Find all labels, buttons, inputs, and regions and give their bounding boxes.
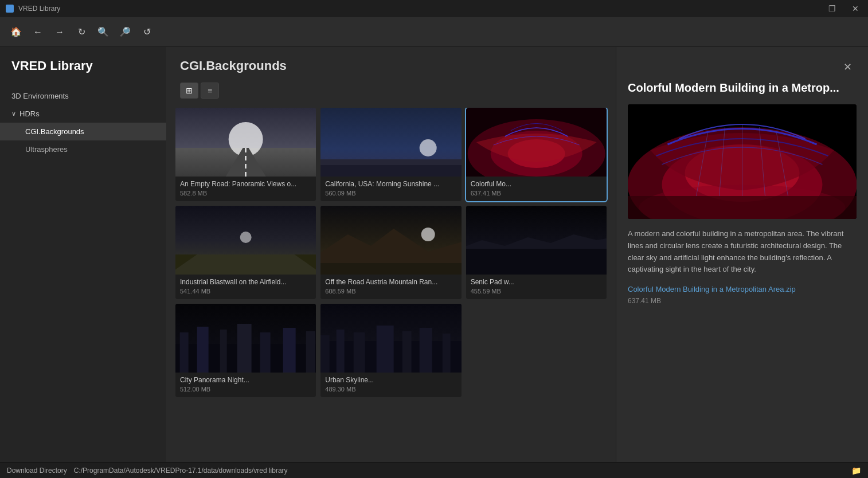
sidebar-item-label: HDRs — [19, 109, 40, 118]
sidebar-item-label: 3D Environments — [11, 92, 69, 100]
grid-info-1: An Empty Road: Panoramic Views o... 582.… — [175, 177, 316, 201]
sidebar-item-hdrs[interactable]: ∨ HDRs — [0, 105, 166, 123]
svg-rect-20 — [466, 249, 607, 275]
grid-item-size-6: 455.59 MB — [471, 288, 602, 295]
grid-item-name-5: Off the Road Austria Mountain Ran... — [325, 278, 456, 286]
svg-rect-50 — [628, 196, 857, 219]
svg-rect-8 — [320, 165, 461, 177]
sidebar-item-ultraspheres[interactable]: Ultraspheres — [0, 140, 166, 158]
grid-item-name-7: City Panorama Night... — [180, 376, 311, 384]
forward-button[interactable]: → — [50, 23, 69, 41]
grid-item-name-3: Colorful Mo... — [471, 180, 602, 188]
grid-view-button[interactable]: ⊞ — [180, 83, 198, 99]
grid-info-6: Senic Pad w... 455.59 MB — [466, 275, 607, 299]
svg-rect-34 — [354, 332, 365, 373]
reset-button[interactable]: ↺ — [138, 23, 156, 41]
grid-item-name-1: An Empty Road: Panoramic Views o... — [180, 180, 311, 188]
svg-rect-28 — [283, 328, 296, 373]
sidebar-item-cgi-backgrounds[interactable]: CGI.Backgrounds — [0, 123, 166, 140]
grid-item-name-2: California, USA: Morning Sunshine ... — [325, 180, 456, 188]
svg-rect-38 — [443, 334, 451, 373]
sidebar-title: VRED Library — [0, 58, 166, 87]
detail-image — [628, 104, 857, 219]
sidebar-item-label: Ultraspheres — [25, 145, 68, 154]
svg-rect-35 — [377, 326, 394, 373]
sidebar: VRED Library 3D Environments ∨ HDRs CGI.… — [0, 47, 166, 462]
grid-info-4: Industrial Blastwall on the Airfield... … — [175, 275, 316, 299]
title-bar-left: VRED Library — [6, 5, 60, 13]
grid-thumb-8 — [320, 304, 461, 373]
grid-view-icon: ⊞ — [186, 86, 193, 95]
reset-icon: ↺ — [143, 26, 151, 37]
view-controls: ⊞ ≡ — [180, 83, 602, 99]
svg-rect-23 — [180, 332, 189, 373]
zoom-in-icon: 🔍 — [97, 26, 109, 37]
grid-item-3[interactable]: Colorful Mo... 637.41 MB — [466, 108, 607, 201]
list-view-button[interactable]: ≡ — [201, 83, 219, 99]
home-button[interactable]: 🏠 — [7, 23, 25, 41]
content-header: CGI.Backgrounds ⊞ ≡ — [166, 47, 616, 108]
svg-point-14 — [240, 232, 252, 243]
svg-rect-0 — [7, 6, 13, 11]
back-button[interactable]: ← — [29, 23, 47, 41]
main-area: VRED Library 3D Environments ∨ HDRs CGI.… — [0, 47, 868, 462]
refresh-button[interactable]: ↻ — [72, 23, 91, 41]
grid-item-size-3: 637.41 MB — [471, 190, 602, 197]
status-bar: Download Directory C:/ProgramData/Autode… — [0, 462, 868, 478]
toolbar: 🏠 ← → ↻ 🔍 🔎 ↺ — [0, 17, 868, 47]
grid-thumb-7 — [175, 304, 316, 373]
grid-item-size-7: 512.00 MB — [180, 386, 311, 393]
folder-icon[interactable]: 📁 — [851, 466, 861, 475]
title-bar: VRED Library ❐ ✕ — [0, 0, 868, 17]
grid-item-4[interactable]: Industrial Blastwall on the Airfield... … — [175, 206, 316, 299]
detail-panel: ✕ Colorful Modern Building in a Metrop..… — [616, 47, 868, 462]
svg-rect-29 — [306, 331, 315, 373]
detail-description: A modern and colorful building in a metr… — [628, 228, 857, 276]
grid-item-size-1: 582.8 MB — [180, 190, 311, 197]
grid-item-8[interactable]: Urban Skyline... 489.30 MB — [320, 304, 461, 397]
status-bar-path: C:/ProgramData/Autodesk/VREDPro-17.1/dat… — [74, 467, 288, 475]
svg-rect-36 — [402, 331, 412, 373]
svg-rect-32 — [320, 335, 330, 373]
grid-item-5[interactable]: Off the Road Austria Mountain Ran... 608… — [320, 206, 461, 299]
svg-rect-18 — [320, 263, 461, 275]
grid-item-7[interactable]: City Panorama Night... 512.00 MB — [175, 304, 316, 397]
grid-item-6[interactable]: Senic Pad w... 455.59 MB — [466, 206, 607, 299]
app-title: VRED Library — [18, 5, 60, 13]
grid-item-2[interactable]: California, USA: Morning Sunshine ... 56… — [320, 108, 461, 201]
restore-button[interactable]: ❐ — [825, 3, 839, 14]
grid-item-size-4: 541.44 MB — [180, 288, 311, 295]
home-icon: 🏠 — [10, 26, 22, 37]
grid-thumb-1 — [175, 108, 316, 177]
grid-info-5: Off the Road Austria Mountain Ran... 608… — [320, 275, 461, 299]
grid-item-size-5: 608.59 MB — [325, 288, 456, 295]
svg-point-17 — [421, 228, 435, 241]
grid-info-8: Urban Skyline... 489.30 MB — [320, 373, 461, 397]
svg-rect-37 — [420, 328, 432, 373]
close-button[interactable]: ✕ — [849, 3, 862, 14]
zoom-out-button[interactable]: 🔎 — [116, 23, 134, 41]
list-view-icon: ≡ — [208, 86, 212, 95]
grid-item-1[interactable]: An Empty Road: Panoramic Views o... 582.… — [175, 108, 316, 201]
detail-file-link[interactable]: Colorful Modern Building in a Metropolit… — [628, 285, 857, 293]
grid-thumb-3 — [466, 108, 607, 177]
title-bar-controls: ❐ ✕ — [825, 3, 862, 14]
items-grid: An Empty Road: Panoramic Views o... 582.… — [175, 108, 607, 397]
grid-thumb-2 — [320, 108, 461, 177]
status-bar-label: Download Directory — [7, 467, 67, 475]
svg-rect-26 — [237, 324, 252, 373]
grid-info-7: City Panorama Night... 512.00 MB — [175, 373, 316, 397]
grid-container[interactable]: An Empty Road: Panoramic Views o... 582.… — [166, 108, 616, 462]
sidebar-item-3d-environments[interactable]: 3D Environments — [0, 87, 166, 105]
detail-close-button[interactable]: ✕ — [839, 58, 857, 76]
grid-thumb-6 — [466, 206, 607, 275]
grid-thumb-5 — [320, 206, 461, 275]
svg-rect-25 — [220, 330, 227, 373]
zoom-in-button[interactable]: 🔍 — [94, 23, 112, 41]
detail-file-size: 637.41 MB — [628, 297, 857, 305]
svg-point-7 — [420, 139, 437, 156]
sidebar-item-label: CGI.Backgrounds — [25, 127, 84, 136]
content-title: CGI.Backgrounds — [180, 58, 602, 73]
back-icon: ← — [33, 27, 42, 37]
grid-thumb-4 — [175, 206, 316, 275]
